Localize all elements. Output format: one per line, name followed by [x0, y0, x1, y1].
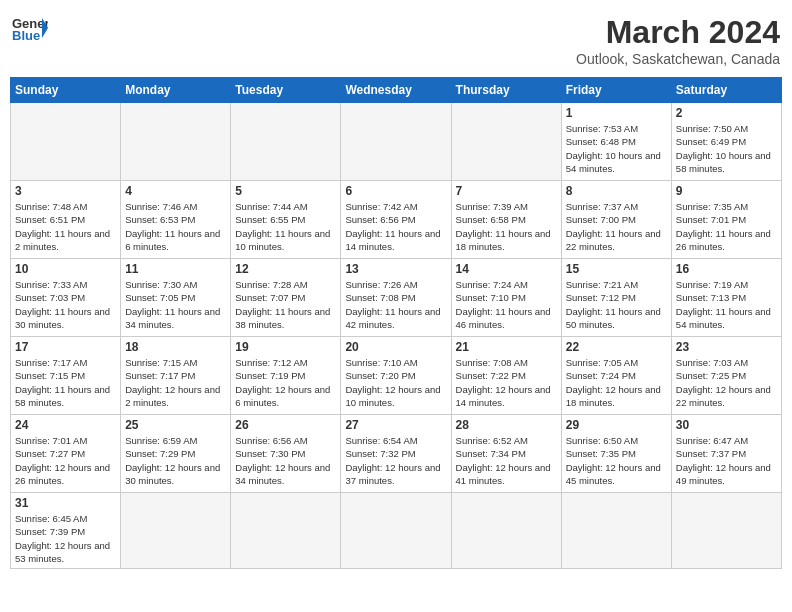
day-number: 5 — [235, 184, 336, 198]
day-info: Sunrise: 7:44 AM Sunset: 6:55 PM Dayligh… — [235, 200, 336, 253]
calendar-cell: 18Sunrise: 7:15 AM Sunset: 7:17 PM Dayli… — [121, 337, 231, 415]
day-info: Sunrise: 6:52 AM Sunset: 7:34 PM Dayligh… — [456, 434, 557, 487]
calendar-cell: 7Sunrise: 7:39 AM Sunset: 6:58 PM Daylig… — [451, 181, 561, 259]
calendar-cell: 23Sunrise: 7:03 AM Sunset: 7:25 PM Dayli… — [671, 337, 781, 415]
calendar-cell: 28Sunrise: 6:52 AM Sunset: 7:34 PM Dayli… — [451, 415, 561, 493]
day-number: 13 — [345, 262, 446, 276]
day-info: Sunrise: 7:10 AM Sunset: 7:20 PM Dayligh… — [345, 356, 446, 409]
calendar-cell — [671, 493, 781, 569]
calendar-cell — [561, 493, 671, 569]
calendar-cell — [121, 103, 231, 181]
weekday-header-saturday: Saturday — [671, 78, 781, 103]
calendar-cell: 20Sunrise: 7:10 AM Sunset: 7:20 PM Dayli… — [341, 337, 451, 415]
day-number: 3 — [15, 184, 116, 198]
calendar-cell: 8Sunrise: 7:37 AM Sunset: 7:00 PM Daylig… — [561, 181, 671, 259]
calendar-cell: 3Sunrise: 7:48 AM Sunset: 6:51 PM Daylig… — [11, 181, 121, 259]
calendar-cell: 6Sunrise: 7:42 AM Sunset: 6:56 PM Daylig… — [341, 181, 451, 259]
calendar-cell: 17Sunrise: 7:17 AM Sunset: 7:15 PM Dayli… — [11, 337, 121, 415]
calendar-cell — [11, 103, 121, 181]
month-title: March 2024 — [576, 14, 780, 51]
day-number: 8 — [566, 184, 667, 198]
day-number: 24 — [15, 418, 116, 432]
title-block: March 2024 Outlook, Saskatchewan, Canada — [576, 14, 780, 67]
day-info: Sunrise: 7:12 AM Sunset: 7:19 PM Dayligh… — [235, 356, 336, 409]
calendar-cell: 31Sunrise: 6:45 AM Sunset: 7:39 PM Dayli… — [11, 493, 121, 569]
weekday-header-friday: Friday — [561, 78, 671, 103]
calendar-cell: 26Sunrise: 6:56 AM Sunset: 7:30 PM Dayli… — [231, 415, 341, 493]
day-info: Sunrise: 7:48 AM Sunset: 6:51 PM Dayligh… — [15, 200, 116, 253]
calendar-cell: 14Sunrise: 7:24 AM Sunset: 7:10 PM Dayli… — [451, 259, 561, 337]
calendar-cell: 27Sunrise: 6:54 AM Sunset: 7:32 PM Dayli… — [341, 415, 451, 493]
day-number: 20 — [345, 340, 446, 354]
calendar-cell: 12Sunrise: 7:28 AM Sunset: 7:07 PM Dayli… — [231, 259, 341, 337]
day-info: Sunrise: 7:26 AM Sunset: 7:08 PM Dayligh… — [345, 278, 446, 331]
calendar-cell: 16Sunrise: 7:19 AM Sunset: 7:13 PM Dayli… — [671, 259, 781, 337]
calendar-cell: 11Sunrise: 7:30 AM Sunset: 7:05 PM Dayli… — [121, 259, 231, 337]
day-number: 28 — [456, 418, 557, 432]
day-number: 21 — [456, 340, 557, 354]
weekday-header-row: SundayMondayTuesdayWednesdayThursdayFrid… — [11, 78, 782, 103]
location-subtitle: Outlook, Saskatchewan, Canada — [576, 51, 780, 67]
calendar-cell: 29Sunrise: 6:50 AM Sunset: 7:35 PM Dayli… — [561, 415, 671, 493]
day-info: Sunrise: 7:46 AM Sunset: 6:53 PM Dayligh… — [125, 200, 226, 253]
day-number: 1 — [566, 106, 667, 120]
week-row-6: 31Sunrise: 6:45 AM Sunset: 7:39 PM Dayli… — [11, 493, 782, 569]
week-row-2: 3Sunrise: 7:48 AM Sunset: 6:51 PM Daylig… — [11, 181, 782, 259]
day-info: Sunrise: 7:37 AM Sunset: 7:00 PM Dayligh… — [566, 200, 667, 253]
calendar-cell: 24Sunrise: 7:01 AM Sunset: 7:27 PM Dayli… — [11, 415, 121, 493]
day-info: Sunrise: 7:17 AM Sunset: 7:15 PM Dayligh… — [15, 356, 116, 409]
calendar-cell — [341, 493, 451, 569]
calendar-cell — [451, 493, 561, 569]
calendar-cell: 2Sunrise: 7:50 AM Sunset: 6:49 PM Daylig… — [671, 103, 781, 181]
day-number: 7 — [456, 184, 557, 198]
calendar-cell: 9Sunrise: 7:35 AM Sunset: 7:01 PM Daylig… — [671, 181, 781, 259]
day-number: 25 — [125, 418, 226, 432]
calendar-cell — [121, 493, 231, 569]
calendar-cell — [341, 103, 451, 181]
svg-text:Blue: Blue — [12, 28, 40, 42]
day-info: Sunrise: 7:08 AM Sunset: 7:22 PM Dayligh… — [456, 356, 557, 409]
day-number: 11 — [125, 262, 226, 276]
day-number: 4 — [125, 184, 226, 198]
weekday-header-thursday: Thursday — [451, 78, 561, 103]
weekday-header-sunday: Sunday — [11, 78, 121, 103]
logo: General Blue — [12, 14, 48, 42]
day-info: Sunrise: 7:21 AM Sunset: 7:12 PM Dayligh… — [566, 278, 667, 331]
day-number: 14 — [456, 262, 557, 276]
day-number: 27 — [345, 418, 446, 432]
calendar-cell — [231, 493, 341, 569]
week-row-1: 1Sunrise: 7:53 AM Sunset: 6:48 PM Daylig… — [11, 103, 782, 181]
calendar-cell — [451, 103, 561, 181]
calendar-table: SundayMondayTuesdayWednesdayThursdayFrid… — [10, 77, 782, 569]
day-number: 2 — [676, 106, 777, 120]
day-number: 6 — [345, 184, 446, 198]
day-info: Sunrise: 7:24 AM Sunset: 7:10 PM Dayligh… — [456, 278, 557, 331]
weekday-header-tuesday: Tuesday — [231, 78, 341, 103]
week-row-5: 24Sunrise: 7:01 AM Sunset: 7:27 PM Dayli… — [11, 415, 782, 493]
day-number: 10 — [15, 262, 116, 276]
calendar-cell: 21Sunrise: 7:08 AM Sunset: 7:22 PM Dayli… — [451, 337, 561, 415]
calendar-cell: 5Sunrise: 7:44 AM Sunset: 6:55 PM Daylig… — [231, 181, 341, 259]
day-info: Sunrise: 7:15 AM Sunset: 7:17 PM Dayligh… — [125, 356, 226, 409]
page-header: General Blue March 2024 Outlook, Saskatc… — [10, 10, 782, 71]
calendar-cell: 10Sunrise: 7:33 AM Sunset: 7:03 PM Dayli… — [11, 259, 121, 337]
day-info: Sunrise: 6:47 AM Sunset: 7:37 PM Dayligh… — [676, 434, 777, 487]
calendar-cell: 1Sunrise: 7:53 AM Sunset: 6:48 PM Daylig… — [561, 103, 671, 181]
day-info: Sunrise: 7:53 AM Sunset: 6:48 PM Dayligh… — [566, 122, 667, 175]
day-info: Sunrise: 7:33 AM Sunset: 7:03 PM Dayligh… — [15, 278, 116, 331]
day-info: Sunrise: 6:59 AM Sunset: 7:29 PM Dayligh… — [125, 434, 226, 487]
calendar-cell: 25Sunrise: 6:59 AM Sunset: 7:29 PM Dayli… — [121, 415, 231, 493]
day-number: 22 — [566, 340, 667, 354]
day-info: Sunrise: 7:50 AM Sunset: 6:49 PM Dayligh… — [676, 122, 777, 175]
day-number: 9 — [676, 184, 777, 198]
day-info: Sunrise: 6:54 AM Sunset: 7:32 PM Dayligh… — [345, 434, 446, 487]
day-info: Sunrise: 7:03 AM Sunset: 7:25 PM Dayligh… — [676, 356, 777, 409]
calendar-cell: 15Sunrise: 7:21 AM Sunset: 7:12 PM Dayli… — [561, 259, 671, 337]
day-number: 29 — [566, 418, 667, 432]
day-number: 26 — [235, 418, 336, 432]
day-info: Sunrise: 7:39 AM Sunset: 6:58 PM Dayligh… — [456, 200, 557, 253]
day-number: 30 — [676, 418, 777, 432]
day-info: Sunrise: 6:56 AM Sunset: 7:30 PM Dayligh… — [235, 434, 336, 487]
calendar-cell: 4Sunrise: 7:46 AM Sunset: 6:53 PM Daylig… — [121, 181, 231, 259]
day-info: Sunrise: 6:50 AM Sunset: 7:35 PM Dayligh… — [566, 434, 667, 487]
